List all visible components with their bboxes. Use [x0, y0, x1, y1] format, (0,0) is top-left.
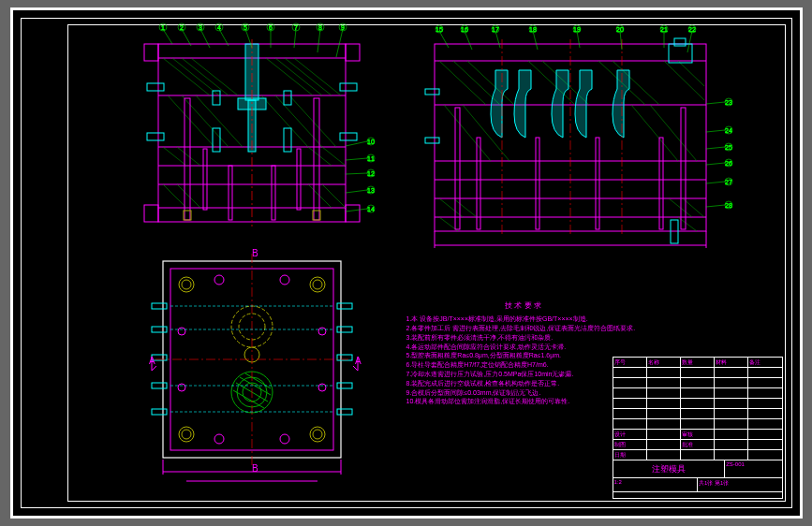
svg-line-111: [444, 105, 491, 161]
svg-text:27: 27: [725, 179, 732, 185]
note-line: 4.各运动部件配合间隙应符合设计要求,动作灵活无卡滞.: [406, 343, 641, 352]
drawing-number: ZS-001: [725, 460, 781, 477]
svg-point-194: [178, 328, 185, 335]
svg-line-113: [631, 105, 678, 161]
note-line: 7.冷却水道需进行压力试验,压力0.5MPa保压10min无渗漏.: [406, 370, 641, 379]
svg-rect-125: [477, 138, 480, 229]
svg-line-89: [346, 190, 367, 193]
svg-line-114: [650, 105, 697, 161]
drawing-title: 注塑模具: [613, 460, 726, 477]
section-view-left: [144, 39, 360, 226]
svg-text:5: 5: [244, 24, 247, 31]
svg-line-206: [245, 373, 271, 388]
svg-text:2: 2: [180, 24, 184, 31]
svg-text:4: 4: [217, 24, 221, 31]
svg-line-25: [163, 147, 186, 166]
svg-text:21: 21: [660, 26, 668, 33]
svg-point-196: [178, 384, 185, 391]
svg-text:22: 22: [688, 26, 696, 33]
svg-line-29: [163, 184, 186, 208]
svg-line-21: [196, 95, 243, 147]
svg-point-197: [318, 384, 326, 391]
svg-line-116: [453, 198, 477, 217]
svg-line-53: [163, 29, 172, 44]
svg-point-188: [310, 427, 325, 442]
svg-line-80: [346, 141, 367, 146]
svg-point-191: [280, 275, 289, 285]
svg-line-71: [294, 29, 296, 48]
svg-point-193: [280, 434, 289, 444]
svg-line-23: [275, 95, 322, 147]
drawing-sheet[interactable]: 1 2 3 4 5 6 7 8 9 10 11 12 13 14: [10, 7, 803, 519]
svg-line-141: [465, 31, 472, 50]
tb-cell: 序号: [613, 358, 647, 367]
svg-text:15: 15: [436, 26, 443, 33]
svg-text:9: 9: [341, 24, 345, 31]
svg-rect-130: [674, 38, 686, 46]
svg-rect-39: [340, 133, 357, 140]
svg-line-159: [687, 31, 692, 52]
svg-rect-46: [203, 149, 207, 210]
note-line: 5.型腔表面粗糙度Ra≤0.8μm,分型面粗糙度Ra≤1.6μm.: [406, 351, 641, 360]
note-line: 1.本 设备按JB/T××××标准制造,采用的标准件按GB/T××××制造.: [406, 314, 641, 324]
svg-text:1: 1: [161, 24, 165, 31]
note-line: 9.合模后分型面间隙≤0.03mm,保证制品无飞边.: [406, 388, 641, 398]
svg-line-74: [317, 29, 320, 52]
svg-line-18: [294, 58, 341, 95]
svg-rect-45: [314, 98, 319, 220]
svg-line-16: [275, 58, 322, 95]
svg-text:24: 24: [725, 127, 732, 134]
svg-line-11: [163, 58, 210, 95]
note-line: 6.导柱导套配合精度H7/f7,定位销配合精度H7/m6.: [406, 360, 641, 370]
svg-rect-43: [284, 128, 291, 152]
svg-point-189: [313, 430, 322, 439]
svg-text:25: 25: [725, 144, 732, 151]
svg-rect-128: [659, 138, 663, 229]
svg-text:B: B: [252, 248, 258, 258]
svg-rect-41: [284, 91, 291, 105]
svg-line-32: [322, 184, 346, 208]
svg-line-86: [346, 173, 367, 174]
svg-rect-9: [144, 205, 158, 222]
svg-rect-36: [147, 83, 164, 91]
svg-line-13: [182, 58, 229, 95]
svg-rect-38: [147, 133, 164, 140]
svg-rect-121: [425, 89, 439, 95]
svg-point-186: [179, 427, 194, 442]
svg-line-20: [182, 95, 229, 147]
svg-line-56: [182, 29, 191, 46]
cad-viewer: 1 2 3 4 5 6 7 8 9 10 11 12 13 14: [0, 0, 812, 526]
svg-rect-49: [272, 166, 275, 220]
svg-text:17: 17: [492, 26, 499, 33]
svg-line-12: [172, 58, 219, 95]
svg-rect-126: [536, 138, 539, 229]
svg-rect-211: [337, 327, 352, 332]
svg-rect-208: [152, 303, 167, 309]
svg-line-22: [261, 95, 308, 147]
svg-rect-216: [152, 409, 167, 415]
svg-point-192: [214, 434, 224, 444]
note-line: 3.装配前所有零件必须清洗干净,不得有油污和杂质.: [406, 333, 641, 343]
section-view-right: [425, 38, 706, 248]
svg-line-26: [177, 147, 200, 166]
svg-point-195: [318, 328, 326, 335]
svg-text:18: 18: [529, 26, 537, 33]
svg-point-187: [182, 430, 191, 439]
svg-line-147: [533, 31, 538, 50]
svg-text:16: 16: [461, 26, 468, 33]
svg-text:23: 23: [725, 99, 732, 106]
svg-text:7: 7: [294, 24, 298, 31]
svg-text:19: 19: [573, 26, 581, 33]
svg-text:13: 13: [367, 187, 375, 194]
svg-rect-123: [455, 108, 460, 229]
svg-line-28: [322, 147, 346, 166]
svg-text:20: 20: [616, 26, 624, 33]
svg-line-30: [177, 184, 200, 208]
note-line: 10.模具各滑动部位需加注润滑脂,保证长期使用的可靠性.: [406, 397, 641, 406]
svg-point-184: [310, 277, 325, 292]
svg-line-14: [191, 58, 238, 95]
svg-line-138: [439, 31, 449, 48]
svg-rect-48: [229, 166, 232, 220]
svg-text:28: 28: [725, 202, 732, 209]
svg-line-102: [439, 61, 486, 105]
